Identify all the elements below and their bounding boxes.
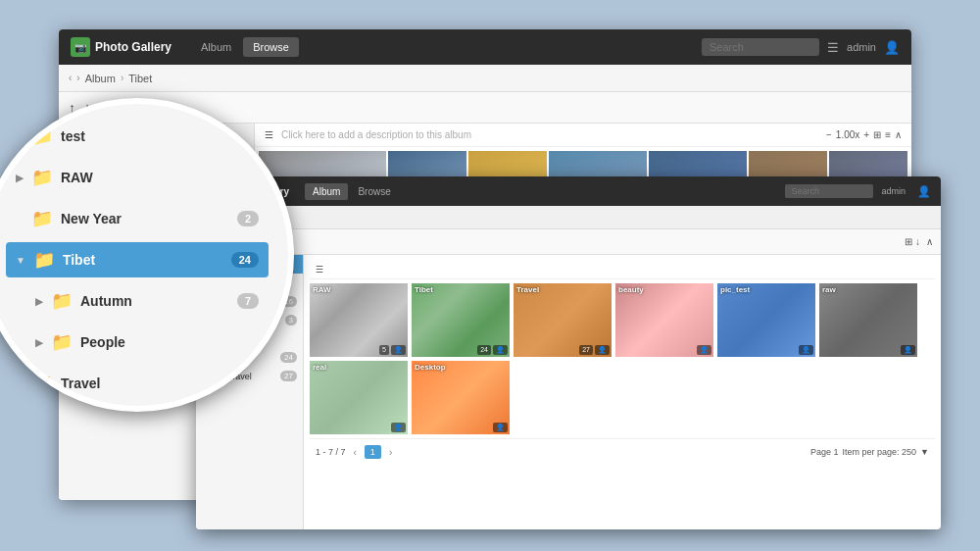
next-icon[interactable]: › bbox=[389, 447, 392, 458]
album-item-raw[interactable]: RAW 5 👤 bbox=[310, 283, 408, 357]
album-label: RAW bbox=[313, 285, 331, 294]
album-item-tibet[interactable]: Tibet 24 👤 bbox=[412, 283, 510, 357]
breadcrumb-current: Tibet bbox=[128, 73, 152, 84]
logo: 📷 Photo Gallery bbox=[71, 37, 172, 57]
photo-count: 24 bbox=[477, 345, 491, 355]
user-icon[interactable]: 👤 bbox=[884, 40, 900, 55]
mag-item-people[interactable]: ▶ 📁 People bbox=[6, 325, 269, 360]
album-item-desktop[interactable]: Desktop 👤 bbox=[412, 361, 510, 434]
tab-browse[interactable]: Browse bbox=[243, 37, 299, 57]
filter-icon[interactable]: ☰ bbox=[827, 40, 839, 55]
folder-icon: 📁 bbox=[51, 331, 73, 353]
folder-icon: 📁 bbox=[33, 249, 55, 271]
inner-hamburger-icon[interactable]: ☰ bbox=[316, 265, 323, 275]
items-label: Item per page: 250 bbox=[843, 447, 917, 457]
photo-toolbar: ☰ Click here to add a description to thi… bbox=[255, 124, 911, 147]
zoom-in-icon[interactable]: + bbox=[863, 129, 869, 140]
tab-album[interactable]: Album bbox=[191, 37, 241, 57]
inner-tab-browse[interactable]: Browse bbox=[350, 183, 398, 200]
items-per-page-dropdown[interactable]: ▼ bbox=[920, 447, 929, 457]
app-title: Photo Gallery bbox=[95, 40, 172, 54]
inner-sort-icon[interactable]: ⊞ ↓ bbox=[905, 236, 920, 247]
user-icon-badge: 👤 bbox=[595, 345, 610, 355]
inner-tabs: Album Browse bbox=[305, 183, 399, 200]
album-label: beauty bbox=[618, 285, 644, 294]
inner-user-icon[interactable]: 👤 bbox=[917, 185, 931, 198]
inner-window: 📷 Photo Gallery Album Browse admin 👤 ‹ ›… bbox=[196, 176, 941, 529]
prev-icon[interactable]: ‹ bbox=[354, 447, 357, 458]
zoom-level: 1.00x bbox=[836, 129, 859, 140]
folder-icon: 📁 bbox=[31, 167, 53, 188]
folder-icon: 📁 bbox=[31, 125, 53, 147]
mag-item-tibet[interactable]: ▼ 📁 Tibet 24 bbox=[6, 242, 269, 277]
photo-description[interactable]: Click here to add a description to this … bbox=[281, 129, 818, 140]
breadcrumb-home[interactable]: Album bbox=[85, 73, 116, 84]
zoom-out-icon[interactable]: − bbox=[826, 129, 832, 140]
page-label: Page 1 bbox=[810, 447, 839, 457]
forward-icon[interactable]: › bbox=[76, 73, 79, 83]
back-icon[interactable]: ‹ bbox=[69, 73, 72, 83]
mag-item-label: RAW bbox=[61, 170, 93, 185]
inner-collapse-icon[interactable]: ∧ bbox=[926, 236, 933, 247]
album-item-travel[interactable]: Travel 27 👤 bbox=[514, 283, 612, 357]
pagination: 1 - 7 / 7 ‹ 1 › Page 1 Item per page: 25… bbox=[310, 438, 935, 465]
mag-item-test[interactable]: ▶ 📁 test bbox=[6, 119, 269, 154]
mag-item-label: Autumn bbox=[80, 293, 132, 309]
magnifier-sidebar: ▶ 📁 test ▶ 📁 RAW ▶ 📁 New Year 2 ▼ 📁 Tibe… bbox=[0, 104, 288, 406]
admin-label: admin bbox=[847, 41, 876, 53]
mag-item-label: Travel bbox=[61, 376, 100, 391]
album-label: raw bbox=[822, 285, 836, 294]
mag-item-label: Tibet bbox=[63, 252, 95, 268]
expand-arrow: ▶ bbox=[16, 131, 24, 142]
mag-item-newyear[interactable]: ▶ 📁 New Year 2 bbox=[6, 201, 269, 236]
mag-count: 24 bbox=[231, 252, 259, 268]
folder-icon: 📁 bbox=[51, 290, 73, 312]
inner-photo-area: ☰ RAW 5 👤 Tibet 24 👤 bbox=[304, 255, 941, 529]
search-area: ☰ admin 👤 bbox=[702, 38, 900, 56]
zoom-controls: − 1.00x + ⊞ ≡ ∧ bbox=[826, 129, 902, 140]
mag-item-autumn[interactable]: ▶ 📁 Autumn 7 bbox=[6, 283, 269, 319]
inner-navbar: 📷 Photo Gallery Album Browse admin 👤 bbox=[196, 176, 941, 206]
album-label: Tibet bbox=[415, 285, 433, 294]
user-icon-badge: 👤 bbox=[697, 345, 711, 355]
magnifier-content: ▶ 📁 test ▶ 📁 RAW ▶ 📁 New Year 2 ▼ 📁 Tibe… bbox=[0, 104, 288, 406]
folder-icon: 📁 bbox=[31, 373, 53, 394]
expand-arrow: ▶ bbox=[16, 173, 24, 183]
inner-search-input[interactable] bbox=[785, 184, 873, 198]
folder-icon: 📁 bbox=[31, 208, 53, 229]
inner-toolbar: ↑ + ✎ ⊞ ↓ ∧ bbox=[196, 229, 941, 255]
user-icon-badge: 👤 bbox=[493, 345, 508, 355]
magnifier-circle: ▶ 📁 test ▶ 📁 RAW ▶ 📁 New Year 2 ▼ 📁 Tibe… bbox=[0, 98, 294, 412]
mag-item-raw[interactable]: ▶ 📁 RAW bbox=[6, 160, 269, 195]
user-icon-badge: 👤 bbox=[799, 345, 813, 355]
inner-breadcrumb: ‹ › Album bbox=[196, 206, 941, 229]
mag-item-label: New Year bbox=[61, 211, 122, 226]
photo-count: 5 bbox=[379, 345, 389, 355]
user-icon-badge: 👤 bbox=[493, 423, 508, 432]
logo-icon: 📷 bbox=[71, 37, 90, 57]
user-icon-badge: 👤 bbox=[391, 423, 406, 432]
navbar: 📷 Photo Gallery Album Browse ☰ admin 👤 bbox=[59, 29, 911, 65]
inner-content: 📁 Album 📁 beauty 📁 pic_test 116 📁 RAW 3 bbox=[196, 255, 941, 529]
album-label: Travel bbox=[516, 285, 539, 294]
collapse-icon[interactable]: ∧ bbox=[895, 129, 902, 140]
mag-count: 7 bbox=[237, 293, 259, 309]
inner-admin-label: admin bbox=[881, 186, 906, 196]
view-toggle[interactable]: ⊞ bbox=[873, 129, 881, 140]
expand-arrow: ▼ bbox=[16, 255, 25, 266]
inner-photo-grid: RAW 5 👤 Tibet 24 👤 Travel 2 bbox=[310, 279, 935, 438]
mag-count: 2 bbox=[237, 211, 259, 226]
inner-tab-album[interactable]: Album bbox=[305, 183, 348, 200]
album-item-raw2[interactable]: raw 👤 bbox=[819, 283, 917, 357]
album-item-beauty[interactable]: beauty 👤 bbox=[615, 283, 713, 357]
expand-arrow: ▶ bbox=[35, 296, 43, 307]
mag-item-travel[interactable]: ▶ 📁 Travel bbox=[6, 366, 269, 401]
album-label: pic_test bbox=[720, 285, 750, 294]
album-label: real bbox=[313, 363, 326, 372]
album-item-pictest[interactable]: pic_test 👤 bbox=[717, 283, 815, 357]
album-item-real[interactable]: real 👤 bbox=[310, 361, 408, 434]
view-list[interactable]: ≡ bbox=[885, 129, 891, 140]
search-input[interactable] bbox=[702, 38, 819, 56]
page-number[interactable]: 1 bbox=[365, 445, 381, 459]
nav-tabs: Album Browse bbox=[191, 37, 299, 57]
